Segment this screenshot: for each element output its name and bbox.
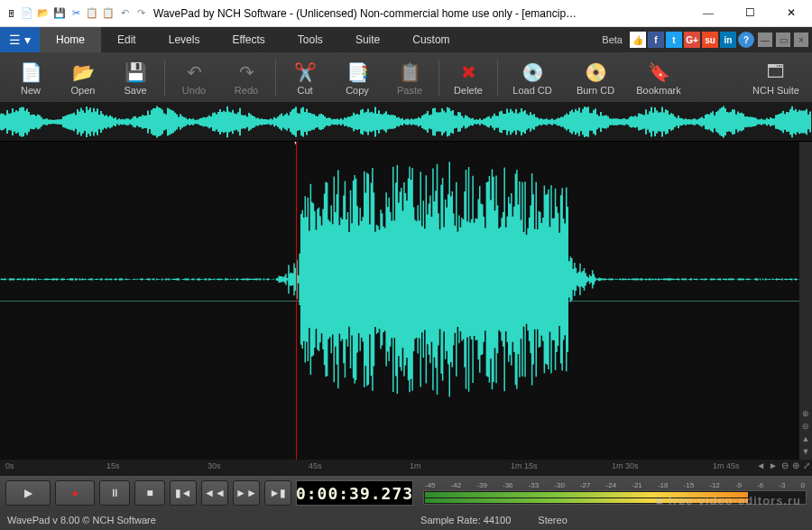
tab-custom[interactable]: Custom xyxy=(396,27,466,52)
burn-cd-button[interactable]: 📀Burn CD xyxy=(565,54,626,101)
twitter-icon[interactable]: t xyxy=(666,32,682,48)
timeline-tick: 0s xyxy=(5,461,14,470)
like-icon[interactable]: 👍 xyxy=(630,32,646,48)
load-cd-button[interactable]: 💿Load CD xyxy=(502,54,563,101)
copy-icon[interactable]: 📋 xyxy=(85,6,99,21)
open-icon[interactable]: 📂 xyxy=(36,6,51,21)
stumbleupon-icon[interactable]: su xyxy=(702,32,718,48)
delete-button[interactable]: ✖Delete xyxy=(443,54,494,101)
record-button[interactable]: ● xyxy=(55,480,95,506)
statusbar: WavePad v 8.00 © NCH Software Sample Rat… xyxy=(0,510,812,530)
status-version: WavePad v 8.00 © NCH Software xyxy=(7,515,156,525)
cd-load-icon: 💿 xyxy=(520,60,545,85)
level-meter: -45-42-39-36 -33-30-27-24 -21-18-15-12 -… xyxy=(423,479,807,507)
arrow-left-icon[interactable]: ◄ xyxy=(756,460,765,470)
tab-levels[interactable]: Levels xyxy=(152,27,217,52)
suite-icon: 🗔 xyxy=(763,60,789,85)
play-button[interactable]: ▶ xyxy=(5,480,51,506)
linkedin-icon[interactable]: in xyxy=(720,32,736,48)
folder-open-icon: 📂 xyxy=(70,60,96,85)
restore-inner-button[interactable]: ▭ xyxy=(776,33,790,47)
window-controls: — ☐ ✕ xyxy=(687,0,812,27)
undo-icon[interactable]: ↶ xyxy=(117,6,132,21)
floppy-icon: 💾 xyxy=(123,60,148,85)
timeline-tick: 1m xyxy=(410,461,421,470)
close-button[interactable]: ✕ xyxy=(770,0,812,27)
cd-burn-icon: 📀 xyxy=(583,60,608,85)
menubar-right: Beta 👍 f t G+ su in ? — ▭ × xyxy=(602,27,812,52)
save-button[interactable]: 💾Save xyxy=(110,54,161,101)
timecode-display: 0:00:39.273 xyxy=(296,480,413,506)
playhead-line[interactable] xyxy=(296,142,297,460)
new-doc-icon[interactable]: 📄 xyxy=(20,6,34,21)
hamburger-menu[interactable]: ☰ ▾ xyxy=(0,27,40,52)
zoom-in-vert-icon[interactable]: ⊕ xyxy=(802,409,809,418)
redo-arrow-icon: ↷ xyxy=(234,60,259,85)
transport-bar: ▶ ● ⏸ ■ ▮◄ ◄◄ ►► ►▮ 0:00:39.273 -45-42-3… xyxy=(0,476,812,510)
paste-button[interactable]: 📋Paste xyxy=(384,54,435,101)
bookmark-icon: 🔖 xyxy=(646,60,671,85)
minimize-inner-button[interactable]: — xyxy=(758,33,772,47)
open-button[interactable]: 📂Open xyxy=(58,54,108,101)
close-inner-button[interactable]: × xyxy=(794,33,808,47)
skip-start-button[interactable]: ▮◄ xyxy=(170,480,197,506)
nch-suite-button[interactable]: 🗔NCH Suite xyxy=(745,54,807,101)
arrow-right-icon[interactable]: ► xyxy=(769,460,778,470)
tab-edit[interactable]: Edit xyxy=(101,27,152,52)
zoom-fit-icon[interactable]: ⤢ xyxy=(803,460,810,470)
forward-button[interactable]: ►► xyxy=(233,480,260,506)
cut-button[interactable]: ✂️Cut xyxy=(280,54,330,101)
cut-icon[interactable]: ✂ xyxy=(69,6,83,21)
meter-scale: -45-42-39-36 -33-30-27-24 -21-18-15-12 -… xyxy=(423,481,807,490)
tab-home[interactable]: Home xyxy=(40,27,101,52)
status-samplerate: Sample Rate: 44100 xyxy=(420,515,511,525)
stop-button[interactable]: ■ xyxy=(134,480,165,506)
timeline-tick: 1m 30s xyxy=(612,461,639,470)
delete-x-icon: ✖ xyxy=(456,60,481,85)
status-channels: Stereo xyxy=(538,515,567,525)
tab-suite[interactable]: Suite xyxy=(339,27,396,52)
copy-button[interactable]: 📑Copy xyxy=(332,54,383,101)
help-icon[interactable]: ? xyxy=(738,32,754,48)
main-waveform-area[interactable]: ▼ ⊕ ⊖ ▲ ▼ xyxy=(0,142,812,460)
main-wave-svg xyxy=(0,142,812,417)
skip-end-button[interactable]: ►▮ xyxy=(264,480,291,506)
redo-icon[interactable]: ↷ xyxy=(134,6,148,21)
googleplus-icon[interactable]: G+ xyxy=(684,32,700,48)
clipboard-icon: 📋 xyxy=(397,60,422,85)
menubar: ☰ ▾ Home Edit Levels Effects Tools Suite… xyxy=(0,27,812,52)
bookmark-button[interactable]: 🔖Bookmark xyxy=(628,54,689,101)
paste-icon[interactable]: 📋 xyxy=(101,6,115,21)
tab-tools[interactable]: Tools xyxy=(281,27,339,52)
zoom-out-icon[interactable]: ⊖ xyxy=(781,460,789,470)
zoom-in-icon[interactable]: ⊕ xyxy=(792,460,799,470)
timeline-ruler[interactable]: 0s 15s 30s 45s 1m 1m 15s 1m 30s 1m 45s ◄… xyxy=(0,460,812,476)
toolbar: 📄New 📂Open 💾Save ↶Undo ↷Redo ✂️Cut 📑Copy… xyxy=(0,52,812,102)
timeline-tick: 1m 45s xyxy=(713,461,740,470)
timeline-tick: 45s xyxy=(309,461,322,470)
watermark-text: ■ free-video-editors.ru xyxy=(656,494,801,507)
rewind-button[interactable]: ◄◄ xyxy=(201,480,228,506)
undo-arrow-icon: ↶ xyxy=(181,60,207,85)
menu-tabs: Home Edit Levels Effects Tools Suite Cus… xyxy=(40,27,466,52)
vertical-scrollbar[interactable]: ⊕ ⊖ ▲ ▼ xyxy=(799,142,812,460)
scissors-icon: ✂️ xyxy=(292,60,318,85)
save-icon[interactable]: 💾 xyxy=(52,6,67,21)
scroll-up-icon[interactable]: ▲ xyxy=(802,434,810,443)
titlebar: 🎚 📄 📂 💾 ✂ 📋 📋 ↶ ↷ WavePad by NCH Softwar… xyxy=(0,0,812,27)
scroll-down-icon[interactable]: ▼ xyxy=(802,447,810,456)
maximize-button[interactable]: ☐ xyxy=(729,0,770,27)
minimize-button[interactable]: — xyxy=(687,0,729,27)
new-button[interactable]: 📄New xyxy=(5,54,56,101)
pause-button[interactable]: ⏸ xyxy=(99,480,130,506)
zoom-out-vert-icon[interactable]: ⊖ xyxy=(802,422,809,431)
beta-label[interactable]: Beta xyxy=(602,34,623,45)
overview-wave-svg xyxy=(0,102,812,142)
quick-toolbar: 🎚 📄 📂 💾 ✂ 📋 📋 ↶ ↷ xyxy=(4,6,148,21)
overview-waveform[interactable] xyxy=(0,102,812,142)
facebook-icon[interactable]: f xyxy=(648,32,664,48)
tab-effects[interactable]: Effects xyxy=(216,27,281,52)
redo-button[interactable]: ↷Redo xyxy=(221,54,272,101)
undo-button[interactable]: ↶Undo xyxy=(169,54,219,101)
new-file-icon: 📄 xyxy=(18,60,43,85)
